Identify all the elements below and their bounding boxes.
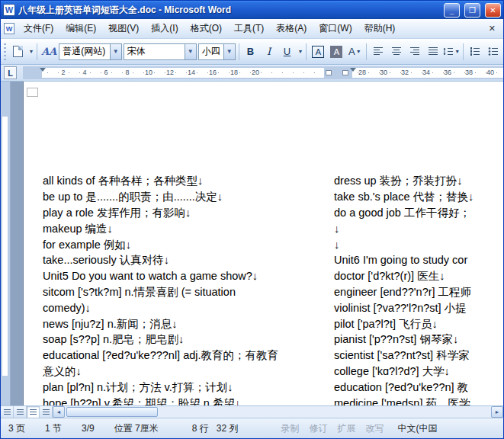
doc-line[interactable]: be up to 是.......的职责；由.......决定↓	[43, 189, 329, 205]
doc-line[interactable]: engineer [end??'n?r] 工程师	[334, 284, 503, 300]
menu-item[interactable]: 表格(A)	[270, 20, 313, 37]
doc-line[interactable]: Unit6 I'm going to study cor	[334, 252, 503, 268]
styles-and-formatting-button[interactable]: AA	[40, 43, 57, 60]
menu-item[interactable]: 插入(I)	[145, 20, 184, 37]
doc-line[interactable]: do a good job 工作干得好；	[334, 205, 503, 221]
menu-item[interactable]: 格式(O)	[185, 20, 228, 37]
align-right-button[interactable]	[406, 43, 423, 60]
doc-line[interactable]: ↓	[334, 221, 503, 237]
chevron-down-icon[interactable]: ▼	[223, 44, 235, 59]
doc-line[interactable]: Unit5 Do you want to watch a game show?↓	[43, 268, 329, 284]
doc-line[interactable]: educational [?ed?u'ke???nl] adj.教育的；有教育	[43, 348, 329, 364]
menu-item[interactable]: 视图(V)	[102, 20, 145, 37]
numbering-button[interactable]	[467, 43, 483, 60]
document-area[interactable]: all kinds of 各种各样；各种类型↓be up to 是.......…	[1, 82, 503, 405]
indent-marker[interactable]	[350, 68, 356, 72]
menu-items: 文件(F)编辑(E)视图(V)插入(I)格式(O)工具(T)表格(A)窗口(W)…	[18, 20, 401, 37]
status-page-of-total: 3/9	[82, 423, 95, 434]
vertical-ruler[interactable]	[1, 82, 11, 405]
doc-line[interactable]: comedy)↓	[43, 300, 329, 316]
status-language[interactable]: 中文(中国	[397, 422, 437, 435]
outline-view-icon	[43, 409, 50, 415]
document-icon[interactable]: W	[4, 23, 14, 34]
doc-line[interactable]: take sb.'s place 代替；替换↓	[334, 189, 503, 205]
document-close-icon[interactable]: ✕	[484, 22, 500, 35]
status-toggle[interactable]: 扩展	[337, 422, 355, 435]
toolbar-grip[interactable]	[4, 43, 6, 60]
style-combo[interactable]: 普通(网站) ▼	[59, 43, 121, 60]
new-document-button[interactable]	[9, 43, 26, 60]
doc-line[interactable]: play a role 发挥作用；有影响↓	[43, 205, 329, 221]
indent-marker[interactable]	[40, 68, 46, 72]
doc-line[interactable]: college ['kɑ?l?d?] 大学↓	[334, 364, 503, 380]
doc-line[interactable]: for example 例如↓	[43, 237, 329, 253]
font-combo[interactable]: 宋体 ▼	[124, 43, 197, 60]
bullets-button[interactable]	[485, 43, 502, 60]
menu-item[interactable]: 编辑(E)	[59, 20, 102, 37]
status-toggle[interactable]: 修订	[309, 422, 327, 435]
italic-button[interactable]: I	[261, 43, 278, 60]
status-toggle[interactable]: 改写	[365, 422, 384, 435]
horizontal-ruler[interactable]: 2468101214161820 28303234363840	[23, 66, 503, 79]
maximize-button[interactable]: ❐	[464, 3, 480, 18]
chevron-down-icon[interactable]: ▼	[185, 44, 196, 59]
underline-button[interactable]: U	[279, 43, 296, 60]
doc-line[interactable]: ↓	[334, 237, 503, 253]
doc-line[interactable]: take...seriously 认真对待↓	[43, 252, 329, 268]
toolbar-separator	[366, 43, 367, 60]
toolbar-options-icon[interactable]: ▼	[28, 49, 34, 54]
minimize-button[interactable]: _	[444, 3, 460, 18]
text-column-left[interactable]: all kinds of 各种各样；各种类型↓be up to 是.......…	[43, 126, 329, 405]
doc-line[interactable]: 意义的↓	[43, 364, 329, 380]
horizontal-scrollbar-row: ◄ ►	[1, 405, 503, 418]
doc-line[interactable]: pilot ['pa?l?t] 飞行员↓	[334, 316, 503, 332]
menu-item[interactable]: 帮助(H)	[358, 20, 402, 37]
normal-view-button[interactable]	[1, 406, 14, 418]
doc-line[interactable]: soap [s??p] n.肥皂；肥皂剧↓	[43, 332, 329, 348]
column-gap-marker[interactable]	[342, 70, 348, 75]
doc-line[interactable]: makeup 编造↓	[43, 221, 329, 237]
scroll-left-button[interactable]: ◄	[53, 406, 65, 418]
doc-line[interactable]: hope [h??p] v.希望；期望；盼望 n.希望↓	[43, 396, 329, 405]
web-layout-view-button[interactable]	[14, 406, 27, 418]
align-center-button[interactable]	[388, 43, 405, 60]
tab-stop-selector[interactable]: L	[4, 66, 17, 79]
align-center-icon	[392, 47, 402, 56]
font-size-combo[interactable]: 小四 ▼	[198, 43, 236, 60]
text-column-right[interactable]: dress up 装扮；乔装打扮↓take sb.'s place 代替；替换↓…	[334, 126, 503, 405]
doc-line[interactable]: sitcom ['s?tk?m] n.情景喜剧 (= situation	[43, 284, 329, 300]
ruler-number: 8	[117, 69, 138, 76]
horizontal-scrollbar-track[interactable]	[65, 406, 491, 418]
line-spacing-button[interactable]: ▼	[443, 43, 460, 60]
doc-line[interactable]: all kinds of 各种各样；各种类型↓	[43, 173, 329, 189]
column-gap-marker[interactable]	[326, 70, 332, 75]
doc-line[interactable]: news [nju?z] n.新闻；消息↓	[43, 316, 329, 332]
outline-view-button[interactable]	[40, 406, 53, 418]
underline-dropdown-icon[interactable]: ▼	[298, 49, 303, 54]
doc-line[interactable]: scientist ['sa??nt?st] 科学家	[334, 348, 503, 364]
doc-line[interactable]: plan [pl?n] n.计划；方法 v.打算；计划↓	[43, 380, 329, 396]
close-button[interactable]: ✕	[485, 3, 501, 18]
doc-line[interactable]: medicine ['medsn] 药，医学	[334, 396, 503, 405]
print-layout-view-button[interactable]	[27, 406, 40, 418]
status-toggle[interactable]: 录制	[281, 422, 299, 435]
menu-item[interactable]: 文件(F)	[18, 20, 59, 37]
character-scale-button[interactable]: A▼	[346, 43, 363, 60]
doc-line[interactable]: doctor ['d?kt?(r)] 医生↓	[334, 268, 503, 284]
scroll-right-button[interactable]: ►	[491, 406, 503, 418]
status-column: 32 列	[217, 422, 239, 435]
chevron-down-icon[interactable]: ▼	[110, 44, 121, 59]
character-shading-button[interactable]: A	[328, 43, 345, 60]
align-left-button[interactable]	[370, 43, 387, 60]
bold-button[interactable]: B	[242, 43, 259, 60]
character-border-button[interactable]: A	[310, 43, 326, 60]
menu-item[interactable]: 窗口(W)	[313, 20, 358, 37]
doc-line[interactable]: pianist ['p??n?st] 钢琴家↓	[334, 332, 503, 348]
doc-line[interactable]: education [?ed?u'ke??n] 教	[334, 380, 503, 396]
menu-item[interactable]: 工具(T)	[228, 20, 270, 37]
doc-line[interactable]: dress up 装扮；乔装打扮↓	[334, 173, 503, 189]
ruler-number: 14	[181, 69, 202, 76]
doc-line[interactable]: violinist [?va??'l?n?st] 小提	[334, 300, 503, 316]
horizontal-scrollbar-thumb[interactable]	[66, 407, 158, 417]
justify-button[interactable]	[425, 43, 441, 60]
